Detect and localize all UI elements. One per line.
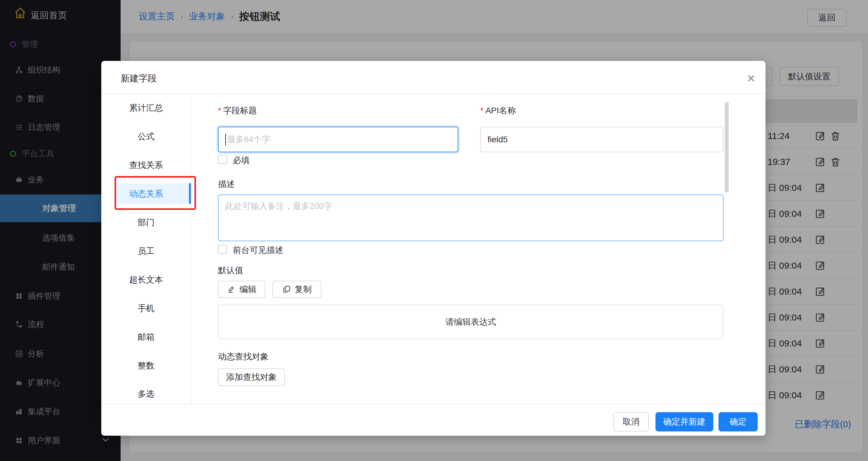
annotation-highlight-box bbox=[115, 176, 196, 210]
description-label: 描述 bbox=[218, 179, 235, 190]
api-name-value: field5 bbox=[488, 135, 508, 145]
modal-title: 新建字段 bbox=[121, 72, 157, 85]
edit-expression-button[interactable]: 编辑 bbox=[218, 281, 265, 298]
edit-button-label: 编辑 bbox=[240, 284, 256, 295]
description-placeholder: 此处可输入备注，最多200字 bbox=[225, 201, 332, 212]
required-checkbox[interactable] bbox=[218, 155, 227, 164]
front-visible-label: 前台可见描述 bbox=[233, 245, 283, 256]
expression-box[interactable]: 请编辑表达式 bbox=[218, 305, 723, 339]
tab-chaochangwenben[interactable]: 超长文本 bbox=[101, 265, 191, 294]
required-star: * bbox=[218, 106, 221, 115]
tab-bumen[interactable]: 部门 bbox=[101, 208, 191, 237]
front-visible-checkbox[interactable] bbox=[218, 245, 227, 254]
field-title-label: *字段标题 bbox=[218, 105, 257, 116]
add-lookup-object-button[interactable]: 添加查找对象 bbox=[218, 368, 285, 386]
required-star: * bbox=[480, 106, 484, 115]
tab-chazhaoguanxi[interactable]: 查找关系 bbox=[101, 151, 191, 179]
tab-leijihuizong[interactable]: 累计汇总 bbox=[101, 93, 191, 122]
copy-button-label: 复制 bbox=[295, 284, 312, 295]
new-field-modal: 新建字段 ✕ 累计汇总 公式 查找关系 动态关系 部门 员工 超长文本 手机 邮… bbox=[101, 61, 766, 436]
modal-footer-divider bbox=[101, 404, 766, 405]
tab-column-divider bbox=[191, 93, 191, 404]
modal-header-divider bbox=[101, 93, 766, 94]
tab-youxiang[interactable]: 邮箱 bbox=[101, 322, 191, 351]
tab-gongshi[interactable]: 公式 bbox=[101, 122, 191, 151]
tab-zhengshu[interactable]: 整数 bbox=[101, 351, 191, 380]
tab-yuangong[interactable]: 员工 bbox=[101, 237, 191, 265]
copy-icon bbox=[282, 285, 291, 294]
required-checkbox-label: 必填 bbox=[233, 155, 250, 166]
confirm-button[interactable]: 确定 bbox=[718, 412, 758, 431]
close-icon[interactable]: ✕ bbox=[743, 71, 758, 86]
field-title-input[interactable]: 最多64个字 bbox=[218, 127, 458, 152]
dynamic-lookup-label: 动态查找对象 bbox=[218, 351, 269, 362]
confirm-and-new-button[interactable]: 确定并新建 bbox=[655, 412, 713, 431]
tab-duoxuan[interactable]: 多选 bbox=[101, 380, 191, 404]
pencil-icon bbox=[227, 285, 236, 294]
modal-scrollbar[interactable] bbox=[725, 102, 729, 192]
default-value-label: 默认值 bbox=[218, 265, 243, 276]
text-caret bbox=[225, 133, 226, 146]
api-name-label: *API名称 bbox=[480, 105, 516, 116]
api-name-input[interactable]: field5 bbox=[480, 127, 723, 152]
copy-expression-button[interactable]: 复制 bbox=[272, 281, 321, 298]
field-title-placeholder: 最多64个字 bbox=[227, 134, 270, 145]
tab-shouji[interactable]: 手机 bbox=[101, 294, 191, 322]
cancel-button[interactable]: 取消 bbox=[613, 412, 649, 431]
description-textarea[interactable]: 此处可输入备注，最多200字 bbox=[218, 194, 723, 241]
